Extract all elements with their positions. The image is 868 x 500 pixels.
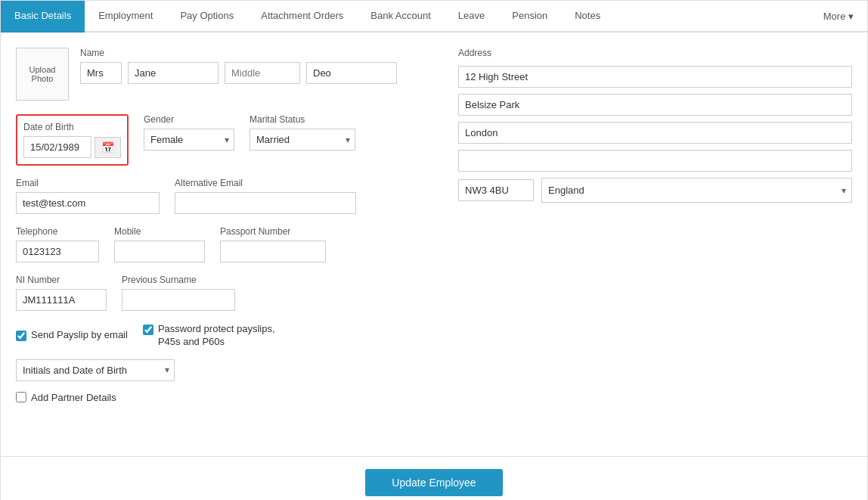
send-payslip-checkbox-item: Send Payslip by email — [16, 329, 128, 342]
tab-attachment-orders[interactable]: Attachment Orders — [247, 1, 357, 33]
telephone-input[interactable] — [16, 241, 99, 262]
tab-pay-options[interactable]: Pay Options — [166, 1, 247, 33]
name-first-input[interactable] — [128, 62, 219, 84]
telephone-label: Telephone — [16, 226, 99, 237]
passport-input[interactable] — [220, 241, 326, 262]
name-label: Name — [80, 48, 436, 58]
gender-select[interactable]: Female Male Other — [144, 129, 234, 151]
upload-photo[interactable]: Upload Photo — [16, 48, 69, 101]
main-content: Upload Photo Name Date of Birth — [1, 33, 867, 456]
marital-status-select[interactable]: Married Single Divorced Widowed Civil Pa… — [250, 129, 355, 151]
tab-more[interactable]: More ▾ — [810, 2, 867, 31]
previous-surname-input[interactable] — [122, 289, 235, 311]
email-label: Email — [16, 178, 160, 188]
tel-mobile-passport-row: Telephone Mobile Passport Number — [16, 226, 436, 262]
alt-email-label: Alternative Email — [175, 178, 356, 188]
right-panel: Address England Scotland Wales Northern … — [458, 48, 852, 441]
checkbox-row: Send Payslip by email Password protect p… — [16, 323, 436, 349]
passport-group: Passport Number — [220, 226, 326, 262]
marital-status-select-wrapper: Married Single Divorced Widowed Civil Pa… — [250, 129, 355, 151]
add-partner-checkbox[interactable] — [16, 392, 26, 402]
previous-surname-group: Previous Surname — [122, 275, 235, 311]
name-middle-input[interactable] — [225, 62, 300, 84]
address-label: Address — [458, 48, 852, 58]
mobile-group: Mobile — [114, 226, 205, 262]
address-line2-input[interactable] — [458, 94, 852, 116]
email-input[interactable] — [16, 192, 160, 214]
email-group: Email — [16, 178, 160, 214]
name-title-input[interactable] — [80, 62, 122, 84]
tab-basic-details[interactable]: Basic Details — [1, 1, 85, 33]
dob-input-row: 📅 — [23, 136, 121, 158]
update-employee-button[interactable]: Update Employee — [365, 469, 502, 496]
name-row — [80, 62, 436, 84]
tab-pension[interactable]: Pension — [498, 1, 561, 33]
initials-select-wrapper: Initials and Date of Birth National Insu… — [16, 359, 175, 381]
initials-select[interactable]: Initials and Date of Birth National Insu… — [16, 359, 175, 381]
add-partner-label[interactable]: Add Partner Details — [31, 392, 116, 403]
tab-bank-account[interactable]: Bank Account — [357, 1, 445, 33]
ni-surname-row: NI Number Previous Surname — [16, 275, 436, 311]
address-line4-input[interactable] — [458, 150, 852, 172]
initials-dropdown-wrapper: Initials and Date of Birth National Insu… — [16, 359, 436, 381]
dob-input[interactable] — [23, 136, 91, 158]
tab-notes[interactable]: Notes — [561, 1, 614, 33]
telephone-group: Telephone — [16, 226, 99, 262]
footer: Update Employee — [1, 456, 867, 500]
left-panel: Upload Photo Name Date of Birth — [16, 48, 436, 441]
add-partner-row: Add Partner Details — [16, 392, 436, 403]
address-bottom-row: England Scotland Wales Northern Ireland — [458, 178, 852, 203]
ni-number-label: NI Number — [16, 275, 107, 285]
page-wrapper: Basic Details Employment Pay Options Att… — [0, 0, 868, 500]
address-line3-input[interactable] — [458, 122, 852, 144]
send-payslip-checkbox[interactable] — [16, 331, 26, 341]
country-select-wrapper: England Scotland Wales Northern Ireland — [541, 178, 852, 203]
previous-surname-label: Previous Surname — [122, 275, 235, 285]
tab-employment[interactable]: Employment — [85, 1, 166, 33]
country-select[interactable]: England Scotland Wales Northern Ireland — [541, 178, 852, 203]
postcode-input[interactable] — [458, 179, 534, 201]
dob-label: Date of Birth — [23, 122, 121, 132]
send-payslip-label[interactable]: Send Payslip by email — [31, 329, 128, 342]
marital-status-group: Marital Status Married Single Divorced W… — [250, 114, 355, 151]
password-protect-checkbox-item: Password protect payslips, P45s and P60s — [143, 323, 279, 349]
email-row: Email Alternative Email — [16, 178, 436, 214]
name-section: Name — [80, 48, 436, 84]
passport-label: Passport Number — [220, 226, 326, 237]
alt-email-input[interactable] — [175, 192, 356, 214]
mobile-label: Mobile — [114, 226, 205, 237]
alt-email-group: Alternative Email — [175, 178, 356, 214]
tab-leave[interactable]: Leave — [445, 1, 498, 33]
marital-status-label: Marital Status — [250, 114, 355, 125]
gender-group: Gender Female Male Other — [144, 114, 234, 151]
password-protect-checkbox[interactable] — [143, 325, 153, 335]
gender-label: Gender — [144, 114, 234, 125]
name-last-input[interactable] — [306, 62, 397, 84]
dob-section: Date of Birth 📅 — [16, 114, 129, 166]
password-protect-label[interactable]: Password protect payslips, P45s and P60s — [158, 323, 279, 349]
calendar-button[interactable]: 📅 — [95, 137, 121, 158]
mobile-input[interactable] — [114, 241, 205, 262]
tabs-bar: Basic Details Employment Pay Options Att… — [1, 1, 867, 33]
gender-select-wrapper: Female Male Other — [144, 129, 234, 151]
address-line1-input[interactable] — [458, 66, 852, 88]
ni-number-input[interactable] — [16, 289, 107, 311]
ni-number-group: NI Number — [16, 275, 107, 311]
top-row: Upload Photo Name — [16, 48, 436, 101]
dob-gender-row: Date of Birth 📅 Gender Female Male Other — [16, 114, 436, 166]
